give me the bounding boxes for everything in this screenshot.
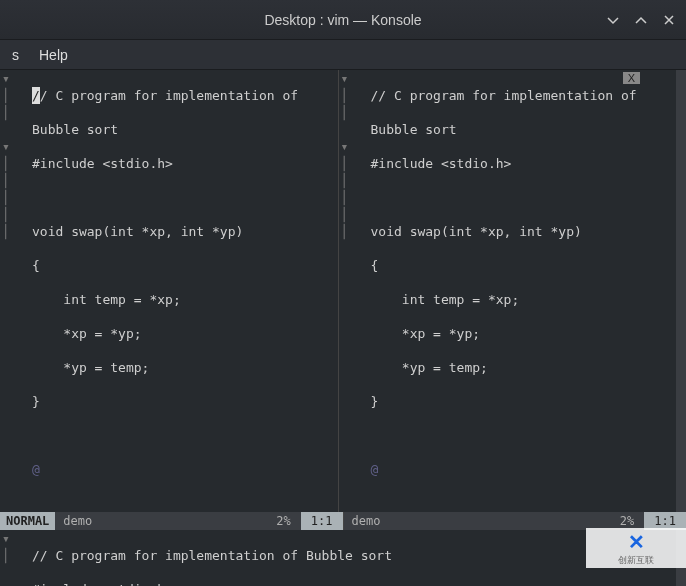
at-marker: @ xyxy=(371,461,677,478)
window-title: Desktop : vim — Konsole xyxy=(0,12,686,28)
menu-item-s[interactable]: s xyxy=(8,45,23,65)
status-line-top-left: NORMAL demo 2% 1:1 xyxy=(0,512,343,530)
title-bar[interactable]: Desktop : vim — Konsole xyxy=(0,0,686,40)
position-indicator: 1:1 xyxy=(301,512,343,530)
editor-area: X ▾ │ │ ▾ │ │ │ │ │ xyxy=(0,70,686,586)
editor-pane-top-left[interactable]: ▾ │ │ ▾ │ │ │ │ │ // C program for imple xyxy=(0,70,338,512)
editor-pane-top-right[interactable]: ▾ │ │ ▾ │ │ │ │ │ // C program for imple xyxy=(338,70,677,512)
menu-bar: s Help xyxy=(0,40,686,70)
maximize-icon[interactable] xyxy=(632,11,650,29)
gutter-left: ▾ │ │ ▾ │ │ │ │ │ xyxy=(0,70,24,512)
code-right[interactable]: // C program for implementation of Bubbl… xyxy=(363,70,677,512)
code-bottom[interactable]: // C program for implementation of Bubbl… xyxy=(24,530,676,586)
close-icon[interactable] xyxy=(660,11,678,29)
percent-indicator: 2% xyxy=(610,514,644,528)
file-name: demo xyxy=(344,514,389,528)
cursor: / xyxy=(32,87,40,104)
watermark-logo-icon: ✕ xyxy=(628,530,645,554)
scrollbar-vertical[interactable] xyxy=(676,70,686,512)
gutter-right: ▾ │ │ ▾ │ │ │ │ │ xyxy=(339,70,363,512)
menu-item-help[interactable]: Help xyxy=(35,45,72,65)
editor-pane-bottom[interactable]: ▾ │ ▾ │ │ │ │ │ ▾ │ // C program for imp… xyxy=(0,530,686,586)
mode-indicator: NORMAL xyxy=(0,512,55,530)
gutter-bottom: ▾ │ ▾ │ │ │ │ │ ▾ │ xyxy=(0,530,24,586)
minimize-icon[interactable] xyxy=(604,11,622,29)
percent-indicator: 2% xyxy=(266,514,300,528)
code-left[interactable]: // C program for implementation of Bubbl… xyxy=(24,70,338,512)
watermark-text: 创新互联 xyxy=(618,554,654,567)
watermark: ✕ 创新互联 xyxy=(586,528,686,568)
file-name: demo xyxy=(55,514,100,528)
at-marker: @ xyxy=(32,461,338,478)
